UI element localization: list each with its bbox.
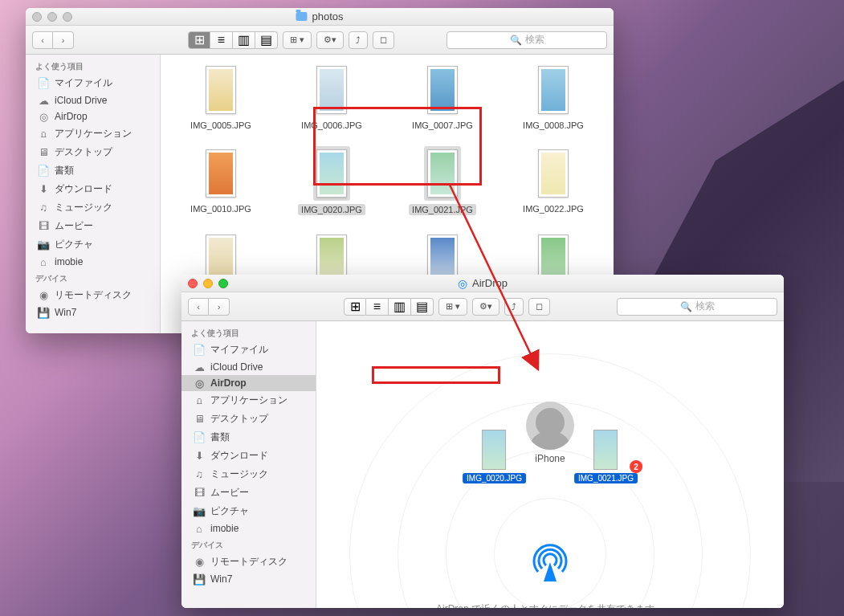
sidebar-item-apps[interactable]: ⩍ アプリケーション	[26, 124, 160, 143]
minimize-button[interactable]	[203, 279, 213, 288]
sidebar-item-doc[interactable]: 📄 書類	[26, 161, 160, 180]
dragged-file[interactable]: IMG_0020.JPG	[463, 430, 526, 483]
file-item[interactable]: IMG_0020.JPG	[295, 143, 369, 218]
airdrop-content[interactable]: iPhone IMG_0020.JPG IMG_0021.JPG 2	[316, 321, 784, 608]
sidebar-item-disc[interactable]: ◉ リモートディスク	[26, 286, 160, 304]
cloud-icon: ☁	[37, 95, 50, 106]
view-column-button[interactable]: ▥	[233, 31, 255, 49]
file-item[interactable]: IMG_0008.JPG	[520, 59, 587, 133]
sidebar-item-movie[interactable]: 🎞 ムービー	[181, 483, 316, 502]
sidebar-item-cloud[interactable]: ☁ iCloud Drive	[26, 92, 160, 108]
action-button[interactable]: ⚙ ▾	[316, 31, 344, 49]
sidebar-item-disc[interactable]: ◉ リモートディスク	[181, 553, 316, 571]
sidebar-header-favorites: よく使う項目	[26, 58, 160, 74]
file-item[interactable]: IMG_0006.JPG	[298, 59, 365, 133]
file-item[interactable]: IMG_0021.JPG	[406, 143, 479, 218]
sidebar-item-pic[interactable]: 📷 ピクチャ	[26, 235, 160, 254]
file-label: IMG_0022.JPG	[523, 204, 584, 214]
view-list-button[interactable]: ≡	[366, 298, 389, 316]
file-label: IMG_0020.JPG	[463, 473, 526, 483]
view-column-button[interactable]: ▥	[389, 298, 411, 316]
sidebar-item-label: 書類	[210, 430, 230, 444]
sidebar-item-label: ミュージック	[55, 201, 112, 214]
share-button[interactable]: ⤴	[349, 31, 368, 49]
sidebar-item-disk[interactable]: 💾 Win7	[26, 304, 160, 320]
forward-button[interactable]: ›	[209, 298, 230, 316]
sidebar-header-devices: デバイス	[26, 270, 160, 286]
sidebar-item-doc[interactable]: 📄 マイファイル	[181, 341, 316, 359]
tag-button[interactable]: ◻	[528, 298, 550, 316]
share-button[interactable]: ⤴	[504, 298, 524, 316]
airdrop-icon: ◎	[458, 277, 467, 290]
airdrop-description: AirDrop で近くの人とすぐにデータを共有できます。	[436, 602, 664, 608]
view-icon-button[interactable]: ⊞	[344, 298, 366, 316]
file-item[interactable]: IMG_0005.JPG	[187, 59, 255, 133]
thumbnail-icon	[538, 66, 569, 114]
file-item[interactable]: IMG_0007.JPG	[409, 59, 476, 133]
sidebar-item-label: デスクトップ	[55, 145, 112, 159]
close-button[interactable]	[188, 279, 198, 288]
sidebar-item-apps[interactable]: ⩍ アプリケーション	[181, 391, 316, 410]
view-list-button[interactable]: ≡	[210, 31, 233, 49]
music-icon: ♫	[37, 202, 50, 214]
airdrop-icon: ◎	[37, 111, 50, 122]
sidebar-item-download[interactable]: ⬇ ダウンロード	[26, 180, 160, 198]
count-badge: 2	[630, 460, 642, 473]
zoom-button[interactable]	[218, 279, 228, 288]
doc-icon: 📄	[193, 432, 206, 443]
arrange-button[interactable]: ⊞ ▾	[438, 298, 467, 316]
sidebar-item-music[interactable]: ♫ ミュージック	[181, 465, 316, 483]
home-icon: ⌂	[37, 256, 50, 267]
sidebar-item-download[interactable]: ⬇ ダウンロード	[181, 447, 316, 465]
sidebar-item-airdrop[interactable]: ◎ AirDrop	[26, 108, 160, 124]
titlebar[interactable]: ◎ AirDrop	[181, 275, 784, 292]
window-title: photos	[296, 10, 343, 22]
view-coverflow-button[interactable]: ▤	[255, 31, 278, 49]
sidebar-item-airdrop[interactable]: ◎ AirDrop	[181, 375, 316, 391]
sidebar-item-cloud[interactable]: ☁ iCloud Drive	[181, 359, 316, 375]
sidebar-item-doc[interactable]: 📄 書類	[181, 428, 316, 447]
back-button[interactable]: ‹	[188, 298, 209, 316]
pic-icon: 📷	[193, 506, 206, 517]
sidebar-item-home[interactable]: ⌂ imobie	[181, 520, 316, 536]
back-button[interactable]: ‹	[32, 31, 53, 49]
sidebar-item-label: ダウンロード	[210, 449, 268, 463]
zoom-button[interactable]	[63, 12, 72, 22]
titlebar[interactable]: photos	[26, 8, 614, 26]
sidebar-item-label: マイファイル	[55, 76, 112, 90]
sidebar-item-music[interactable]: ♫ ミュージック	[26, 198, 160, 217]
sidebar-item-label: リモートディスク	[210, 555, 287, 569]
dragged-file[interactable]: IMG_0021.JPG 2	[574, 430, 638, 483]
sidebar-item-label: AirDrop	[55, 111, 88, 122]
minimize-button[interactable]	[47, 12, 57, 22]
close-button[interactable]	[32, 12, 42, 22]
forward-button[interactable]: ›	[53, 31, 74, 49]
sidebar-item-label: ムービー	[55, 219, 93, 233]
thumbnail-icon	[427, 149, 458, 198]
sidebar-item-label: iCloud Drive	[55, 95, 107, 106]
action-button[interactable]: ⚙ ▾	[472, 298, 499, 316]
view-coverflow-button[interactable]: ▤	[411, 298, 434, 316]
arrange-button[interactable]: ⊞ ▾	[283, 31, 312, 49]
sidebar-item-doc[interactable]: 📄 マイファイル	[26, 74, 160, 92]
window-title: ◎ AirDrop	[458, 277, 508, 290]
sidebar-item-label: AirDrop	[210, 377, 247, 389]
file-label: IMG_0010.JPG	[190, 204, 251, 214]
search-input[interactable]: 🔍 検索	[617, 298, 777, 316]
view-icon-button[interactable]: ⊞	[188, 31, 210, 49]
sidebar-item-home[interactable]: ⌂ imobie	[26, 254, 160, 270]
sidebar-item-label: アプリケーション	[55, 127, 132, 141]
file-item[interactable]: IMG_0022.JPG	[520, 143, 587, 218]
tag-button[interactable]: ◻	[373, 31, 394, 49]
sidebar-item-label: デスクトップ	[210, 412, 268, 426]
file-label: IMG_0020.JPG	[298, 204, 365, 215]
sidebar-item-desktop[interactable]: 🖥 デスクトップ	[26, 143, 160, 161]
search-input[interactable]: 🔍 検索	[446, 31, 607, 49]
file-item[interactable]: IMG_0010.JPG	[187, 143, 255, 218]
sidebar-item-pic[interactable]: 📷 ピクチャ	[181, 502, 316, 520]
sidebar-item-disk[interactable]: 💾 Win7	[181, 571, 316, 587]
thumbnail-icon	[427, 66, 458, 114]
sidebar-item-movie[interactable]: 🎞 ムービー	[26, 217, 160, 235]
sidebar-item-desktop[interactable]: 🖥 デスクトップ	[181, 410, 316, 428]
sidebar-item-label: アプリケーション	[210, 394, 287, 407]
